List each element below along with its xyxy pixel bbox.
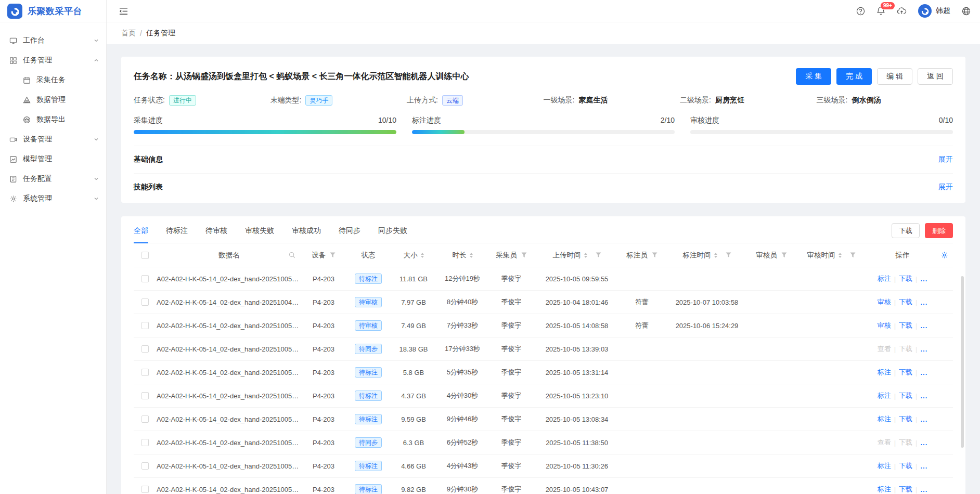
language-globe-icon[interactable] — [962, 7, 971, 16]
row-primary-action-link[interactable]: 标注 — [878, 274, 891, 283]
row-primary-action-link[interactable]: 审核 — [878, 297, 891, 307]
row-more-actions-icon[interactable]: ... — [920, 345, 927, 353]
row-download-link[interactable]: 下载 — [899, 391, 912, 400]
row-primary-action-link[interactable]: 标注 — [878, 391, 891, 400]
review-progress-value: 0/10 — [939, 116, 953, 125]
row-download-link[interactable]: 下载 — [899, 438, 912, 447]
row-more-actions-icon[interactable]: ... — [920, 415, 927, 423]
task-info-card: 任务名称：从汤锅盛汤到饭盒里打包 < 蚂蚁场景 < 长三角一体化示范区智能机器人… — [121, 57, 965, 203]
row-primary-action-link[interactable]: 查看 — [878, 438, 891, 447]
device-cell: P4-203 — [302, 275, 345, 283]
sidebar-item-collect-task[interactable]: 采集任务 — [0, 70, 106, 90]
search-icon[interactable] — [289, 252, 295, 258]
tab-待审核[interactable]: 待审核 — [205, 218, 227, 243]
skill-list-expand-link[interactable]: 展开 — [938, 183, 953, 192]
duration-cell: 6分钟52秒 — [436, 438, 489, 447]
row-primary-action-link[interactable]: 审核 — [878, 321, 891, 330]
action-divider: | — [915, 345, 917, 353]
sidebar-item-task-config[interactable]: 任务配置 — [0, 169, 106, 189]
vertical-scrollbar[interactable] — [961, 276, 964, 448]
basic-info-expand-link[interactable]: 展开 — [938, 155, 953, 164]
row-more-actions-icon[interactable]: ... — [920, 275, 927, 283]
tab-待同步[interactable]: 待同步 — [339, 218, 360, 243]
sidebar-item-system-mgmt[interactable]: 系统管理 — [0, 189, 106, 209]
notification-badge: 99+ — [880, 2, 895, 10]
row-more-actions-icon[interactable]: ... — [920, 298, 927, 306]
row-primary-action-link[interactable]: 查看 — [878, 344, 891, 354]
sort-icon[interactable] — [714, 253, 717, 258]
help-icon[interactable] — [856, 7, 865, 16]
edit-button[interactable]: 编 辑 — [877, 68, 912, 85]
row-download-link[interactable]: 下载 — [899, 344, 912, 354]
row-primary-action-link[interactable]: 标注 — [878, 461, 891, 471]
row-checkbox[interactable] — [141, 275, 149, 282]
sidebar-item-data-export[interactable]: 数据导出 — [0, 110, 106, 129]
row-primary-action-link[interactable]: 标注 — [878, 485, 891, 494]
filter-icon[interactable] — [521, 252, 527, 258]
breadcrumb-home[interactable]: 首页 — [121, 29, 136, 38]
row-primary-action-link[interactable]: 标注 — [878, 368, 891, 377]
tab-待标注[interactable]: 待标注 — [166, 218, 188, 243]
collect-button[interactable]: 采 集 — [796, 68, 831, 85]
sidebar-collapse-icon[interactable] — [119, 7, 128, 15]
download-button[interactable]: 下载 — [892, 223, 920, 238]
action-divider: | — [894, 298, 896, 306]
row-download-link[interactable]: 下载 — [899, 461, 912, 471]
sidebar-item-label: 数据管理 — [36, 95, 66, 105]
action-divider: | — [894, 275, 896, 283]
filter-icon[interactable] — [596, 252, 601, 258]
row-checkbox[interactable] — [141, 322, 149, 329]
row-more-actions-icon[interactable]: ... — [920, 462, 927, 470]
sidebar-item-data-mgmt[interactable]: 数据管理 — [0, 90, 106, 110]
tab-审核失败[interactable]: 审核失败 — [245, 218, 274, 243]
row-download-link[interactable]: 下载 — [899, 297, 912, 307]
complete-button[interactable]: 完 成 — [836, 68, 872, 85]
tab-同步失败[interactable]: 同步失败 — [378, 218, 407, 243]
filter-icon[interactable] — [781, 252, 787, 258]
row-primary-action-link[interactable]: 标注 — [878, 414, 891, 424]
sort-icon[interactable] — [470, 253, 473, 258]
row-more-actions-icon[interactable]: ... — [920, 322, 927, 330]
table-row: A02-A02-H-K-05-14_02-dex_hand-2025100513… — [134, 361, 953, 384]
tab-审核成功[interactable]: 审核成功 — [292, 218, 321, 243]
sort-icon[interactable] — [839, 253, 842, 258]
row-more-actions-icon[interactable]: ... — [920, 392, 927, 400]
back-button[interactable]: 返 回 — [918, 68, 953, 85]
select-all-checkbox[interactable] — [141, 252, 149, 259]
row-download-link[interactable]: 下载 — [899, 485, 912, 494]
app-title: 乐聚数采平台 — [28, 5, 82, 17]
row-checkbox[interactable] — [141, 439, 149, 446]
column-settings-gear-icon[interactable] — [940, 251, 948, 259]
notifications-bell-icon[interactable]: 99+ — [876, 6, 885, 16]
row-download-link[interactable]: 下载 — [899, 274, 912, 283]
row-checkbox[interactable] — [141, 392, 149, 399]
row-more-actions-icon[interactable]: ... — [920, 369, 927, 376]
row-checkbox[interactable] — [141, 369, 149, 376]
sidebar-item-model-mgmt[interactable]: 模型管理 — [0, 149, 106, 169]
row-checkbox[interactable] — [141, 462, 149, 470]
delete-button[interactable]: 删除 — [925, 223, 953, 238]
row-more-actions-icon[interactable]: ... — [920, 486, 927, 493]
filter-icon[interactable] — [652, 252, 657, 258]
filter-icon[interactable] — [330, 252, 336, 258]
row-download-link[interactable]: 下载 — [899, 414, 912, 424]
row-download-link[interactable]: 下载 — [899, 368, 912, 377]
filter-icon[interactable] — [726, 252, 731, 258]
sort-icon[interactable] — [584, 253, 587, 258]
row-checkbox[interactable] — [141, 345, 149, 353]
sidebar-item-device-mgmt[interactable]: 设备管理 — [0, 129, 106, 149]
sidebar-item-task-mgmt[interactable]: 任务管理 — [0, 50, 106, 70]
row-checkbox[interactable] — [141, 298, 149, 306]
user-menu[interactable]: 韩超 — [918, 4, 950, 18]
sidebar-item-label: 采集任务 — [36, 75, 66, 85]
filter-icon[interactable] — [850, 252, 856, 258]
row-download-link[interactable]: 下载 — [899, 321, 912, 330]
sort-icon[interactable] — [421, 253, 424, 258]
sidebar-item-workbench[interactable]: 工作台 — [0, 31, 106, 50]
row-checkbox[interactable] — [141, 415, 149, 423]
row-more-actions-icon[interactable]: ... — [920, 439, 927, 447]
skill-list-section: 技能列表 展开 — [134, 173, 953, 201]
row-checkbox[interactable] — [141, 486, 149, 493]
cloud-upload-icon[interactable] — [897, 7, 907, 15]
tab-全部[interactable]: 全部 — [134, 218, 148, 243]
